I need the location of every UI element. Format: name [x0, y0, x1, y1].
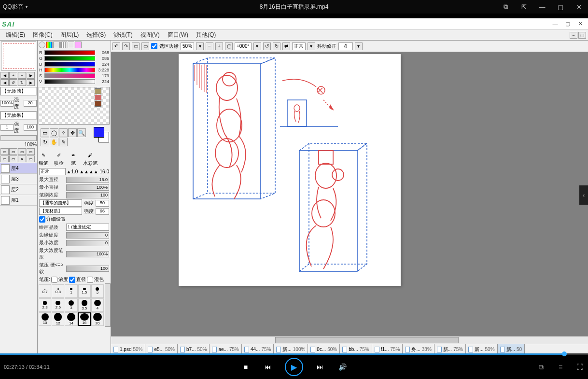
brush-size-cell[interactable]: 1.5 — [78, 284, 91, 298]
shape-select[interactable]: 【通常的圆形】 — [39, 199, 82, 207]
close-button[interactable]: ✕ — [570, 0, 588, 14]
r-slider[interactable] — [44, 50, 95, 55]
document-tab[interactable]: bb...75% — [340, 344, 372, 354]
brush-pen[interactable]: ✒笔 — [70, 150, 77, 167]
progress-bar[interactable] — [0, 353, 588, 355]
scratch-icon[interactable] — [75, 42, 82, 48]
layer-item[interactable]: 层4 — [0, 163, 37, 174]
color-picker-icon[interactable] — [53, 42, 60, 48]
undo-button[interactable]: ↶ — [112, 42, 120, 50]
blend-check[interactable] — [87, 277, 93, 283]
marquee-tool-icon[interactable]: ▭ — [41, 128, 49, 137]
b-slider[interactable] — [44, 62, 95, 67]
stabilizer-input[interactable] — [338, 42, 353, 50]
nav-btn[interactable]: ↺ — [9, 79, 17, 86]
foreground-background-swatch[interactable] — [94, 127, 109, 142]
swatch[interactable] — [95, 95, 101, 100]
detail-checkbox[interactable] — [39, 216, 45, 223]
nav-btn[interactable]: ◀ — [0, 79, 9, 86]
density-check[interactable] — [51, 277, 57, 283]
brush-size-cell[interactable]: 3.5 — [78, 298, 91, 312]
swatch[interactable] — [95, 88, 101, 94]
flip-button[interactable]: ⇄ — [282, 42, 290, 50]
rotate-tool-icon[interactable]: ↻ — [41, 138, 49, 146]
max-diameter-slider[interactable]: 16.0 — [66, 177, 109, 183]
stab-down-icon[interactable]: ▾ — [355, 42, 363, 50]
layer-item[interactable]: 层2 — [0, 184, 37, 195]
color-grid-icon[interactable] — [60, 42, 67, 48]
effect-strength-val[interactable]: 100 — [24, 124, 37, 131]
layer-btn[interactable]: ▭ — [9, 148, 17, 155]
color-slider-icon[interactable] — [46, 42, 53, 48]
volume-button[interactable]: 🔊 — [337, 362, 348, 372]
expand-sidebar-button[interactable]: ‹ — [579, 185, 588, 205]
effect-width[interactable]: 1 — [0, 124, 14, 131]
zoom-fit-button[interactable]: ▢ — [225, 42, 233, 50]
document-tab[interactable]: f1...75% — [372, 344, 403, 354]
nav-btn[interactable]: − — [18, 72, 26, 79]
color-wheel-icon[interactable] — [39, 42, 45, 48]
min-diameter-slider[interactable]: 100% — [66, 184, 109, 191]
brush-size-cell[interactable]: 14 — [65, 312, 77, 326]
zoom-in-button[interactable]: + — [215, 42, 223, 50]
nav-btn[interactable]: ▶ — [27, 79, 35, 86]
rotate-cw-button[interactable]: ↻ — [273, 42, 280, 50]
settings-button[interactable]: ≡ — [555, 362, 566, 372]
sai-close-button[interactable]: ✕ — [574, 20, 586, 28]
sai-min-button[interactable]: — — [549, 20, 561, 28]
v-slider[interactable] — [44, 79, 95, 84]
menu-edit[interactable]: 编辑(E) — [2, 31, 29, 39]
move-tool-icon[interactable]: ✥ — [68, 128, 77, 137]
document-tab[interactable]: 0c...50% — [308, 344, 340, 354]
layer-btn[interactable]: ▭ — [18, 148, 26, 155]
menu-window[interactable]: 窗口(W) — [164, 31, 192, 39]
brush-size-cell[interactable]: 0.8 — [52, 284, 64, 298]
mode-select[interactable]: 正常 — [292, 42, 306, 50]
brush-size-cell[interactable]: 20 — [91, 312, 104, 326]
nav-btn[interactable]: ▶ — [27, 72, 35, 79]
brush-size-cell[interactable]: 4 — [91, 298, 104, 312]
history-icon[interactable] — [68, 42, 74, 48]
wand-tool-icon[interactable]: ✧ — [59, 128, 68, 137]
redo-button[interactable]: ↷ — [122, 42, 130, 50]
effect-select[interactable]: 【无效果】 — [0, 111, 37, 120]
document-tab[interactable]: 新...50 — [498, 344, 525, 354]
pip-button[interactable]: ⧉ — [496, 0, 515, 14]
document-tab[interactable]: ae...75% — [210, 344, 241, 354]
nav-btn[interactable]: ◀ — [0, 72, 9, 79]
player-brand[interactable]: QQ影音 ▾ — [3, 3, 28, 11]
next-button[interactable]: ⏭ — [315, 362, 325, 372]
angle-down-icon[interactable]: ▾ — [253, 42, 261, 50]
document-tab[interactable]: 身...33% — [403, 344, 434, 354]
brush-size-cell[interactable]: 3 — [65, 298, 77, 312]
swatch[interactable] — [95, 101, 101, 107]
zoom-tool-icon[interactable]: 🔍 — [77, 128, 86, 137]
prev-button[interactable]: ⏮ — [263, 362, 273, 372]
zoom-down-icon[interactable]: ▾ — [196, 42, 204, 50]
fullscreen-button[interactable]: ⛶ — [574, 362, 585, 372]
navigator-preview[interactable] — [1, 42, 36, 70]
pin-button[interactable]: ⇱ — [515, 0, 533, 14]
menu-select[interactable]: 选择(S) — [83, 31, 110, 39]
document-tab[interactable]: e5...50% — [145, 344, 177, 354]
brush-airbrush[interactable]: ✐喷枪 — [54, 150, 64, 167]
opacity-slider[interactable] — [0, 135, 37, 141]
play-button[interactable]: ▶ — [285, 358, 303, 376]
quality-select[interactable]: 1 (速度优先) — [66, 224, 109, 231]
canvas-page[interactable] — [179, 54, 401, 286]
diameter-check[interactable] — [69, 277, 75, 283]
select-edge-check[interactable] — [151, 43, 157, 49]
brush-size-cell[interactable]: 12 — [52, 312, 64, 326]
snapshot-button[interactable]: ⧉ — [536, 362, 546, 372]
menubar-min-icon[interactable]: − — [570, 32, 577, 39]
document-tab[interactable]: 44...75% — [242, 344, 274, 354]
canvas-viewport[interactable] — [111, 52, 588, 336]
max-density-slider[interactable]: 100% — [66, 251, 109, 257]
menubar-max-icon[interactable]: ▢ — [578, 32, 586, 39]
layer-btn[interactable]: ▭ — [27, 148, 35, 155]
min-density-slider[interactable]: 0 — [66, 240, 109, 246]
invert-button[interactable]: ▭ — [141, 42, 149, 50]
layer-btn[interactable]: ✕ — [18, 155, 26, 162]
mode-down-icon[interactable]: ▾ — [308, 42, 315, 50]
document-tab[interactable]: 新...100% — [274, 344, 308, 354]
